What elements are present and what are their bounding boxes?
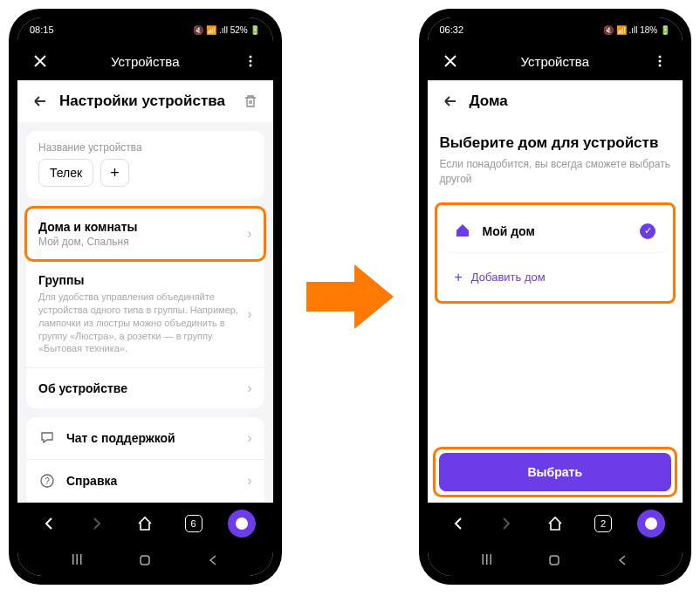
check-icon: ✓ xyxy=(640,223,655,239)
status-right: 🔇 📶 .ıll 18% 🔋 xyxy=(603,25,670,35)
sys-recent-icon[interactable]: III xyxy=(72,552,83,568)
help-icon: ? xyxy=(38,472,56,490)
close-icon[interactable] xyxy=(440,51,461,72)
system-nav: III xyxy=(428,545,683,576)
add-home-label: Добавить дом xyxy=(471,271,546,284)
sys-recent-icon[interactable]: III xyxy=(481,552,492,568)
chevron-right-icon: › xyxy=(247,306,251,322)
chat-icon xyxy=(38,429,56,447)
svg-point-0 xyxy=(249,56,251,58)
help-title: Справка xyxy=(66,474,247,488)
support-title: Чат с поддержкой xyxy=(66,431,247,445)
sys-back-icon[interactable] xyxy=(616,554,628,566)
status-right: 🔇 📶 .ıll 52% 🔋 xyxy=(193,25,260,35)
add-home-button[interactable]: + Добавить дом xyxy=(443,259,669,296)
more-icon[interactable] xyxy=(240,51,261,72)
support-card: Чат с поддержкой › ? Справка › Форма обр… xyxy=(26,417,264,503)
page-title: Дома xyxy=(470,92,671,110)
nav-back-icon[interactable] xyxy=(441,506,476,541)
page-title: Настройки устройства xyxy=(59,92,231,110)
system-nav: III xyxy=(17,545,273,576)
device-name-card: Название устройства Телек + xyxy=(26,131,264,199)
svg-rect-6 xyxy=(141,556,149,565)
nav-home-icon[interactable] xyxy=(127,506,162,541)
nav-tabs-icon[interactable]: 2 xyxy=(586,506,621,541)
page-header: Дома xyxy=(428,80,683,122)
plus-icon: + xyxy=(455,270,463,285)
svg-point-9 xyxy=(659,65,662,67)
nav-forward-icon[interactable] xyxy=(79,506,114,541)
arrow-icon xyxy=(299,257,401,336)
select-button-highlight: Выбрать xyxy=(433,447,678,497)
back-icon[interactable] xyxy=(30,91,51,112)
sys-back-icon[interactable] xyxy=(207,554,219,566)
nav-home-icon[interactable] xyxy=(538,506,573,541)
groups-title: Группы xyxy=(38,273,247,287)
sys-home-icon[interactable] xyxy=(138,553,152,567)
app-titlebar: Устройства xyxy=(428,42,683,80)
app-titlebar: Устройства xyxy=(17,42,273,80)
groups-row[interactable]: Группы Для удобства управления объединяй… xyxy=(26,260,264,367)
status-time: 06:32 xyxy=(440,24,464,35)
home-name: Мой дом xyxy=(483,224,641,238)
phone-left: 08:15 🔇 📶 .ıll 52% 🔋 Устройства Настройк… xyxy=(9,9,282,585)
titlebar-title: Устройства xyxy=(51,54,240,69)
groups-desc: Для удобства управления объединяйте устр… xyxy=(38,291,247,355)
about-row[interactable]: Об устройстве › xyxy=(26,367,264,408)
homes-rooms-row[interactable]: Дома и комнаты Мой дом, Спальня › xyxy=(26,208,264,260)
add-name-button[interactable]: + xyxy=(100,159,129,187)
back-icon[interactable] xyxy=(440,91,461,112)
homes-title: Дома и комнаты xyxy=(38,220,247,234)
notch xyxy=(529,17,581,30)
home-icon xyxy=(455,223,472,240)
svg-point-8 xyxy=(659,60,662,63)
page-header: Настройки устройства xyxy=(17,80,273,122)
nav-alice-icon[interactable] xyxy=(224,506,259,541)
status-time: 08:15 xyxy=(30,24,54,35)
phone-right: 06:32 🔇 📶 .ıll 18% 🔋 Устройства Дома Выб… xyxy=(419,9,692,585)
support-chat-row[interactable]: Чат с поддержкой › xyxy=(26,417,264,459)
settings-card: Дома и комнаты Мой дом, Спальня › Группы… xyxy=(26,208,264,408)
browser-nav: 2 xyxy=(428,503,683,545)
home-item[interactable]: Мой дом ✓ xyxy=(443,210,669,252)
more-icon[interactable] xyxy=(649,51,670,72)
tabs-count: 2 xyxy=(594,515,612,532)
chevron-right-icon: › xyxy=(247,380,251,396)
device-name-label: Название устройства xyxy=(26,131,264,159)
about-title: Об устройстве xyxy=(38,381,247,395)
homes-list-highlight: Мой дом ✓ + Добавить дом xyxy=(435,202,676,304)
titlebar-title: Устройства xyxy=(461,54,650,69)
nav-forward-icon[interactable] xyxy=(489,506,524,541)
svg-rect-10 xyxy=(550,556,559,565)
chevron-right-icon: › xyxy=(247,430,251,446)
sys-home-icon[interactable] xyxy=(547,553,561,567)
device-name-chip[interactable]: Телек xyxy=(38,159,93,187)
tabs-count: 6 xyxy=(185,515,202,532)
nav-back-icon[interactable] xyxy=(31,506,66,541)
close-icon[interactable] xyxy=(30,51,51,72)
choose-home-heading: Выберите дом для устройств xyxy=(428,122,683,157)
select-button[interactable]: Выбрать xyxy=(439,453,672,491)
nav-tabs-icon[interactable]: 6 xyxy=(176,506,211,541)
svg-point-7 xyxy=(659,56,662,58)
trash-icon[interactable] xyxy=(240,91,261,112)
choose-home-sub: Если понадобится, вы всегда сможете выбр… xyxy=(428,157,683,197)
svg-text:?: ? xyxy=(45,476,50,486)
chevron-right-icon: › xyxy=(247,473,251,489)
notch xyxy=(119,17,171,30)
homes-sub: Мой дом, Спальня xyxy=(38,236,247,248)
svg-point-2 xyxy=(249,65,251,67)
help-row[interactable]: ? Справка › xyxy=(26,459,264,502)
browser-nav: 6 xyxy=(17,503,273,545)
nav-alice-icon[interactable] xyxy=(634,506,669,541)
svg-point-1 xyxy=(249,60,251,63)
chevron-right-icon: › xyxy=(247,226,251,242)
